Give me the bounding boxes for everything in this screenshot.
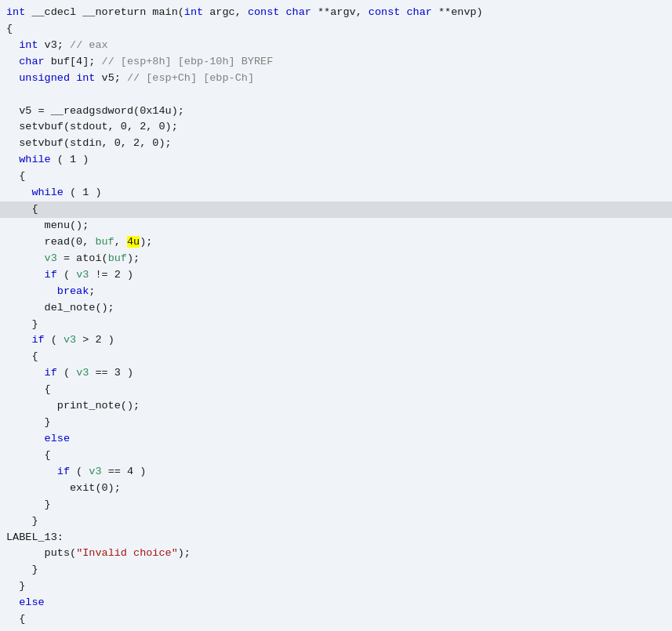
code-line-9: setvbuf(stdin, 0, 2, 0);: [0, 136, 672, 152]
code-line-20: }: [0, 317, 672, 333]
code-line-18: break;: [0, 284, 672, 300]
code-line-28: {: [0, 448, 672, 464]
code-line-30: exit(0);: [0, 481, 672, 497]
code-line-13: {: [0, 201, 672, 218]
code-line-35: }: [0, 562, 672, 578]
code-line-33: LABEL_13:: [0, 530, 672, 546]
code-line-29: if ( v3 == 4 ): [0, 464, 672, 481]
line-content-1: int __cdecl __noreturn main(int argc, co…: [6, 5, 483, 21]
code-line-27: else: [0, 431, 672, 448]
code-line-38: {: [0, 611, 672, 628]
code-line-25: print_note();: [0, 398, 672, 415]
code-line-4: char buf[4]; // [esp+8h] [ebp-10h] BYREF: [0, 54, 672, 71]
code-line-34: puts("Invalid choice");: [0, 546, 672, 562]
code-line-10: while ( 1 ): [0, 152, 672, 169]
code-line-11: {: [0, 169, 672, 185]
code-line-7: v5 = __readgsdword(0x14u);: [0, 103, 672, 120]
code-line-6: [0, 87, 672, 103]
code-line-21: if ( v3 > 2 ): [0, 332, 672, 349]
code-line-32: }: [0, 513, 672, 530]
code-line-14: menu();: [0, 218, 672, 234]
code-line-39: if ( v3 != 1 ): [0, 628, 672, 631]
code-line-24: {: [0, 382, 672, 398]
code-line-5: unsigned int v5; // [esp+Ch] [ebp-Ch]: [0, 71, 672, 87]
code-line-23: if ( v3 == 3 ): [0, 365, 672, 382]
code-line-31: }: [0, 497, 672, 513]
code-line-15: read(0, buf, 4u);: [0, 234, 672, 251]
code-line-17: if ( v3 != 2 ): [0, 267, 672, 284]
code-line-26: }: [0, 415, 672, 431]
code-line-8: setvbuf(stdout, 0, 2, 0);: [0, 119, 672, 136]
code-line-16: v3 = atoi(buf);: [0, 251, 672, 267]
code-line-37: else: [0, 595, 672, 611]
code-container: int __cdecl __noreturn main(int argc, co…: [0, 0, 672, 631]
code-line-1: int __cdecl __noreturn main(int argc, co…: [0, 5, 672, 21]
code-line-2: {: [0, 21, 672, 38]
code-line-36: }: [0, 578, 672, 595]
code-line-22: {: [0, 349, 672, 365]
code-line-3: int v3; // eax: [0, 38, 672, 54]
code-line-12: while ( 1 ): [0, 185, 672, 201]
code-line-19: del_note();: [0, 300, 672, 317]
